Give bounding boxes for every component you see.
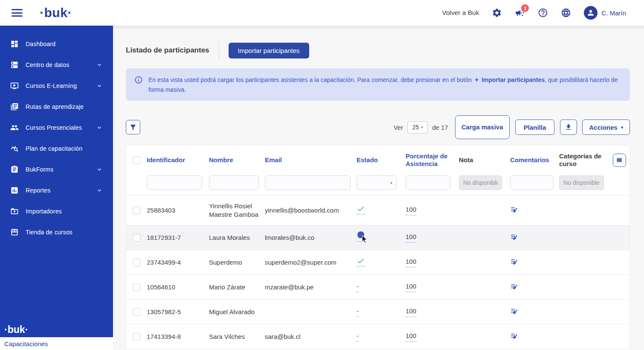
template-button[interactable]: Planilla	[515, 120, 555, 135]
language-globe-icon[interactable]	[561, 8, 571, 18]
topbar: ·buk· Volver a Buk 1 C. Marín	[0, 0, 644, 26]
cell-porcentaje[interactable]: 100	[406, 307, 416, 317]
cell-email: superdemo2@super.com	[265, 258, 357, 267]
estado-check-icon[interactable]	[357, 257, 365, 267]
chevron-down-icon	[96, 166, 103, 173]
bulk-upload-button[interactable]: Carga masiva	[455, 115, 510, 139]
import-participants-button[interactable]: Importar participantes	[229, 43, 309, 58]
help-icon[interactable]	[538, 8, 548, 18]
download-button[interactable]	[560, 120, 577, 135]
row-checkbox[interactable]	[133, 308, 140, 316]
filter-button[interactable]	[126, 120, 140, 134]
filter-identificador-input[interactable]	[147, 175, 202, 190]
app-window: ·buk· Volver a Buk 1 C. Marín	[0, 0, 644, 350]
sidebar-item-label: Cursos Presenciales	[26, 124, 82, 131]
edit-comment-icon[interactable]	[510, 282, 518, 290]
edit-comment-icon[interactable]	[510, 307, 518, 315]
sidebar-item-cursos-elearning[interactable]: Cursos E-Learning	[0, 75, 113, 96]
sidebar-item-label: Importadores	[26, 208, 62, 215]
col-estado[interactable]: Estado	[357, 156, 406, 164]
estado-dash[interactable]: -	[357, 307, 359, 317]
row-checkbox[interactable]	[133, 207, 140, 214]
filter-nombre-input[interactable]	[209, 175, 259, 190]
user-avatar	[584, 6, 598, 20]
page-size-select[interactable]: 25 ▾	[407, 121, 428, 134]
sidebar-item-cursos-presenciales[interactable]: Cursos Presenciales	[0, 117, 113, 138]
caret-down-icon: ▾	[390, 181, 392, 185]
estado-check-icon[interactable]	[357, 232, 365, 242]
training-plan-icon	[10, 144, 19, 153]
filter-estado-select[interactable]: ▾	[357, 175, 397, 190]
cell-porcentaje[interactable]: 100	[406, 332, 416, 342]
horizontal-scrollbar[interactable]	[113, 26, 644, 29]
main-content: Listado de participantes Importar partic…	[113, 26, 644, 350]
table-row: 17413394-8 Sara Vilches sara@buk.cl - 10…	[126, 324, 629, 349]
sidebar-item-plan-de-capacitacion[interactable]: Plan de capacitación	[0, 138, 113, 159]
page-title: Listado de participantes	[126, 46, 209, 55]
sidebar-item-label: Plan de capacitación	[26, 145, 82, 152]
col-nombre[interactable]: Nombre	[209, 156, 265, 164]
importers-icon	[10, 207, 19, 216]
col-email[interactable]: Email	[265, 156, 357, 164]
sidebar-item-rutas-de-aprendizaje[interactable]: Rutas de aprendizaje	[0, 96, 113, 117]
col-comentarios[interactable]: Comentarios	[510, 156, 559, 164]
notifications-megaphone-icon[interactable]: 1	[515, 8, 525, 18]
edit-comment-icon[interactable]	[510, 233, 518, 241]
settings-gear-icon[interactable]	[492, 8, 502, 18]
table-filter-row: ▾	[126, 175, 629, 195]
bukforms-icon	[10, 165, 19, 174]
back-to-buk-link[interactable]: Volver a Buk	[442, 9, 479, 17]
plus-icon: +	[473, 76, 480, 83]
sidebar-item-label: Centro de datos	[26, 61, 70, 68]
sidebar-item-tienda-de-cursos[interactable]: Tienda de cursos	[0, 222, 113, 242]
user-menu[interactable]: C. Marín	[584, 6, 626, 20]
estado-dash[interactable]: -	[357, 282, 359, 292]
col-nota: Nota	[459, 156, 510, 164]
sidebar-item-importadores[interactable]: Importadores	[0, 201, 113, 222]
cell-porcentaje[interactable]: 100	[406, 233, 416, 243]
edit-comment-icon[interactable]	[510, 205, 518, 213]
filter-comentarios-input[interactable]	[510, 175, 554, 190]
table-row: 25883403 Yinnellis Rosiel Maestre Gamboa…	[126, 195, 629, 225]
cell-porcentaje[interactable]: 100	[406, 282, 416, 292]
sidebar-item-label: Tienda de cursos	[26, 229, 73, 236]
hamburger-menu-icon[interactable]	[12, 9, 23, 17]
cell-porcentaje[interactable]: 100	[406, 205, 416, 216]
filter-porcentaje-input[interactable]	[406, 175, 450, 190]
sidebar: Dashboard Centro de datos Cursos E-Learn…	[0, 26, 113, 337]
col-identificador[interactable]: Identificador	[147, 156, 209, 164]
in-person-courses-icon	[10, 123, 19, 132]
edit-comment-icon[interactable]	[510, 257, 518, 265]
sidebar-item-reportes[interactable]: Reportes	[0, 180, 113, 201]
sidebar-item-label: BukForms	[26, 166, 53, 173]
caret-down-icon: ▾	[421, 125, 423, 129]
col-porcentaje[interactable]: Porcentaje de Asistencia	[406, 152, 459, 169]
sidebar-item-label: Cursos E-Learning	[26, 82, 77, 89]
row-checkbox[interactable]	[133, 234, 140, 242]
cell-nombre: Laura Morales	[209, 233, 265, 242]
cell-porcentaje[interactable]: 100	[406, 257, 416, 268]
sidebar-item-dashboard[interactable]: Dashboard	[0, 33, 113, 54]
row-checkbox[interactable]	[133, 283, 140, 291]
info-banner: En esta vista usted podrá cargar los par…	[126, 68, 630, 101]
estado-dash[interactable]: -	[357, 332, 359, 342]
total-count-label: de 17	[432, 124, 448, 131]
estado-check-icon[interactable]	[357, 204, 365, 215]
column-settings-button[interactable]	[613, 154, 626, 167]
chevron-down-icon	[96, 187, 103, 194]
filter-email-input[interactable]	[265, 175, 351, 190]
toolbar: Ver 25 ▾ de 17 Carga masiva Planilla Acc…	[126, 115, 630, 139]
cell-identificador: 13057982-5	[147, 308, 209, 316]
sidebar-item-centro-de-datos[interactable]: Centro de datos	[0, 54, 113, 75]
edit-comment-icon[interactable]	[510, 332, 518, 340]
actions-button[interactable]: Acciones ▾	[582, 120, 630, 135]
sidebar-item-bukforms[interactable]: BukForms	[0, 159, 113, 180]
row-checkbox[interactable]	[133, 333, 140, 341]
cell-email: mzarate@buk.pe	[265, 283, 357, 292]
table-row: 18172931-7 Laura Morales lmorales@buk.co…	[126, 225, 629, 250]
learning-paths-icon	[10, 102, 19, 111]
row-checkbox[interactable]	[133, 259, 140, 266]
reports-icon	[10, 186, 19, 195]
table-row: 23743499-4 Superdemo superdemo2@super.co…	[126, 250, 629, 274]
select-all-checkbox[interactable]	[133, 156, 140, 164]
